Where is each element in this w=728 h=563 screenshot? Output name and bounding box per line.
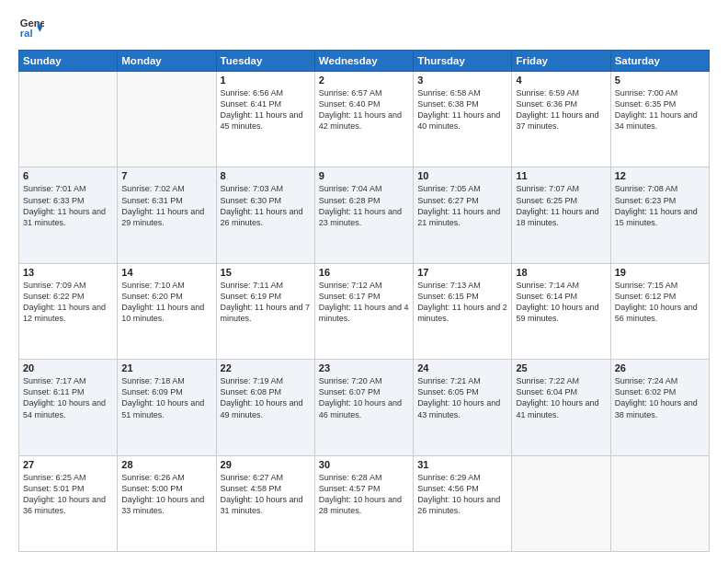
day-number: 8 <box>221 170 311 181</box>
day-info: Sunrise: 7:21 AM Sunset: 6:05 PM Dayligh… <box>417 375 507 420</box>
calendar-cell: 9Sunrise: 7:04 AM Sunset: 6:28 PM Daylig… <box>314 167 413 263</box>
weekday-header-friday: Friday <box>512 51 610 72</box>
calendar-cell: 8Sunrise: 7:03 AM Sunset: 6:30 PM Daylig… <box>216 167 314 263</box>
header: Gene ral <box>18 15 710 40</box>
weekday-header-sunday: Sunday <box>19 51 118 72</box>
calendar-cell: 18Sunrise: 7:14 AM Sunset: 6:14 PM Dayli… <box>512 263 610 359</box>
calendar-cell: 19Sunrise: 7:15 AM Sunset: 6:12 PM Dayli… <box>610 263 709 359</box>
calendar-cell: 26Sunrise: 7:24 AM Sunset: 6:02 PM Dayli… <box>610 360 709 455</box>
day-info: Sunrise: 7:08 AM Sunset: 6:23 PM Dayligh… <box>615 183 705 228</box>
day-info: Sunrise: 7:19 AM Sunset: 6:08 PM Dayligh… <box>221 375 311 420</box>
day-info: Sunrise: 7:24 AM Sunset: 6:02 PM Dayligh… <box>615 375 705 420</box>
day-info: Sunrise: 7:10 AM Sunset: 6:20 PM Dayligh… <box>121 280 211 325</box>
calendar-cell: 12Sunrise: 7:08 AM Sunset: 6:23 PM Dayli… <box>610 167 709 263</box>
day-info: Sunrise: 7:01 AM Sunset: 6:33 PM Dayligh… <box>23 183 113 228</box>
calendar-cell: 25Sunrise: 7:22 AM Sunset: 6:04 PM Dayli… <box>512 360 610 455</box>
day-number: 1 <box>221 75 311 86</box>
weekday-header-row: SundayMondayTuesdayWednesdayThursdayFrid… <box>19 51 710 72</box>
day-number: 27 <box>23 459 113 470</box>
day-info: Sunrise: 6:29 AM Sunset: 4:56 PM Dayligh… <box>417 472 507 517</box>
day-number: 22 <box>221 362 311 373</box>
page: Gene ral SundayMondayTuesdayWednesdayThu… <box>0 0 728 563</box>
calendar-cell: 31Sunrise: 6:29 AM Sunset: 4:56 PM Dayli… <box>414 455 512 551</box>
calendar-cell: 23Sunrise: 7:20 AM Sunset: 6:07 PM Dayli… <box>314 360 413 455</box>
calendar-cell: 7Sunrise: 7:02 AM Sunset: 6:31 PM Daylig… <box>118 167 216 263</box>
calendar-cell <box>19 72 118 167</box>
weekday-header-wednesday: Wednesday <box>314 51 413 72</box>
calendar-cell: 1Sunrise: 6:56 AM Sunset: 6:41 PM Daylig… <box>216 72 314 167</box>
day-number: 18 <box>516 267 606 278</box>
calendar-week-1: 1Sunrise: 6:56 AM Sunset: 6:41 PM Daylig… <box>19 72 710 167</box>
calendar-cell <box>512 455 610 551</box>
day-info: Sunrise: 7:17 AM Sunset: 6:11 PM Dayligh… <box>23 375 113 420</box>
calendar-cell: 27Sunrise: 6:25 AM Sunset: 5:01 PM Dayli… <box>19 455 118 551</box>
day-number: 9 <box>319 170 409 181</box>
day-info: Sunrise: 6:57 AM Sunset: 6:40 PM Dayligh… <box>319 87 409 132</box>
day-info: Sunrise: 7:00 AM Sunset: 6:35 PM Dayligh… <box>615 87 705 132</box>
day-info: Sunrise: 6:59 AM Sunset: 6:36 PM Dayligh… <box>516 87 606 132</box>
svg-marker-3 <box>38 27 43 32</box>
day-number: 20 <box>23 362 113 373</box>
calendar-cell: 21Sunrise: 7:18 AM Sunset: 6:09 PM Dayli… <box>118 360 216 455</box>
day-info: Sunrise: 7:15 AM Sunset: 6:12 PM Dayligh… <box>615 280 705 325</box>
calendar-cell: 14Sunrise: 7:10 AM Sunset: 6:20 PM Dayli… <box>118 263 216 359</box>
day-number: 28 <box>121 459 211 470</box>
calendar-cell <box>610 455 709 551</box>
day-info: Sunrise: 7:05 AM Sunset: 6:27 PM Dayligh… <box>417 183 507 228</box>
calendar-cell: 29Sunrise: 6:27 AM Sunset: 4:58 PM Dayli… <box>216 455 314 551</box>
day-info: Sunrise: 7:11 AM Sunset: 6:19 PM Dayligh… <box>221 280 311 325</box>
day-info: Sunrise: 7:03 AM Sunset: 6:30 PM Dayligh… <box>221 183 311 228</box>
calendar-cell: 22Sunrise: 7:19 AM Sunset: 6:08 PM Dayli… <box>216 360 314 455</box>
calendar-week-5: 27Sunrise: 6:25 AM Sunset: 5:01 PM Dayli… <box>19 455 710 551</box>
calendar-cell: 4Sunrise: 6:59 AM Sunset: 6:36 PM Daylig… <box>512 72 610 167</box>
day-number: 10 <box>417 170 507 181</box>
calendar-cell: 15Sunrise: 7:11 AM Sunset: 6:19 PM Dayli… <box>216 263 314 359</box>
weekday-header-saturday: Saturday <box>610 51 709 72</box>
day-info: Sunrise: 7:14 AM Sunset: 6:14 PM Dayligh… <box>516 280 606 325</box>
weekday-header-monday: Monday <box>118 51 216 72</box>
calendar-cell: 17Sunrise: 7:13 AM Sunset: 6:15 PM Dayli… <box>414 263 512 359</box>
day-info: Sunrise: 6:25 AM Sunset: 5:01 PM Dayligh… <box>23 472 113 517</box>
calendar-week-2: 6Sunrise: 7:01 AM Sunset: 6:33 PM Daylig… <box>19 167 710 263</box>
day-number: 30 <box>319 459 409 470</box>
day-number: 24 <box>417 362 507 373</box>
day-number: 17 <box>417 267 507 278</box>
day-info: Sunrise: 7:13 AM Sunset: 6:15 PM Dayligh… <box>417 280 507 325</box>
day-number: 31 <box>417 459 507 470</box>
day-number: 26 <box>615 362 705 373</box>
calendar-cell: 16Sunrise: 7:12 AM Sunset: 6:17 PM Dayli… <box>314 263 413 359</box>
calendar-cell: 6Sunrise: 7:01 AM Sunset: 6:33 PM Daylig… <box>19 167 118 263</box>
calendar-cell: 20Sunrise: 7:17 AM Sunset: 6:11 PM Dayli… <box>19 360 118 455</box>
calendar-cell: 5Sunrise: 7:00 AM Sunset: 6:35 PM Daylig… <box>610 72 709 167</box>
calendar-cell: 10Sunrise: 7:05 AM Sunset: 6:27 PM Dayli… <box>414 167 512 263</box>
day-info: Sunrise: 6:58 AM Sunset: 6:38 PM Dayligh… <box>417 87 507 132</box>
day-number: 14 <box>121 267 211 278</box>
day-info: Sunrise: 7:22 AM Sunset: 6:04 PM Dayligh… <box>516 375 606 420</box>
day-number: 16 <box>319 267 409 278</box>
day-info: Sunrise: 7:18 AM Sunset: 6:09 PM Dayligh… <box>121 375 211 420</box>
calendar-cell: 13Sunrise: 7:09 AM Sunset: 6:22 PM Dayli… <box>19 263 118 359</box>
day-info: Sunrise: 6:56 AM Sunset: 6:41 PM Dayligh… <box>221 87 311 132</box>
day-number: 2 <box>319 75 409 86</box>
calendar-cell: 24Sunrise: 7:21 AM Sunset: 6:05 PM Dayli… <box>414 360 512 455</box>
weekday-header-tuesday: Tuesday <box>216 51 314 72</box>
day-number: 13 <box>23 267 113 278</box>
day-info: Sunrise: 7:20 AM Sunset: 6:07 PM Dayligh… <box>319 375 409 420</box>
calendar-cell: 3Sunrise: 6:58 AM Sunset: 6:38 PM Daylig… <box>414 72 512 167</box>
day-info: Sunrise: 7:12 AM Sunset: 6:17 PM Dayligh… <box>319 280 409 325</box>
day-number: 21 <box>121 362 211 373</box>
day-number: 23 <box>319 362 409 373</box>
calendar-cell: 30Sunrise: 6:28 AM Sunset: 4:57 PM Dayli… <box>314 455 413 551</box>
day-info: Sunrise: 7:02 AM Sunset: 6:31 PM Dayligh… <box>121 183 211 228</box>
calendar-cell <box>118 72 216 167</box>
calendar-week-3: 13Sunrise: 7:09 AM Sunset: 6:22 PM Dayli… <box>19 263 710 359</box>
day-number: 4 <box>516 75 606 86</box>
day-info: Sunrise: 6:27 AM Sunset: 4:58 PM Dayligh… <box>221 472 311 517</box>
calendar-table: SundayMondayTuesdayWednesdayThursdayFrid… <box>18 50 710 552</box>
day-info: Sunrise: 6:26 AM Sunset: 5:00 PM Dayligh… <box>121 472 211 517</box>
day-number: 15 <box>221 267 311 278</box>
day-number: 3 <box>417 75 507 86</box>
day-info: Sunrise: 7:07 AM Sunset: 6:25 PM Dayligh… <box>516 183 606 228</box>
day-number: 29 <box>221 459 311 470</box>
calendar-cell: 28Sunrise: 6:26 AM Sunset: 5:00 PM Dayli… <box>118 455 216 551</box>
